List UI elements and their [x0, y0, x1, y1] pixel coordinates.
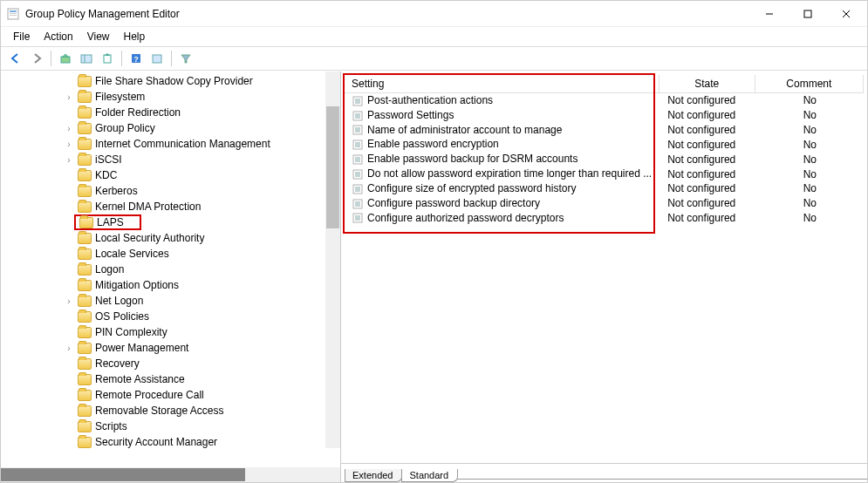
expand-icon[interactable]: › [64, 296, 74, 306]
tree-item-os-policies[interactable]: OS Policies [1, 309, 340, 324]
tree-item-label: KDC [95, 169, 117, 181]
column-comment[interactable]: Comment [755, 75, 863, 93]
folder-icon [78, 123, 92, 134]
folder-icon [78, 92, 92, 103]
setting-row[interactable]: Enable password encryptionNot configured… [345, 137, 864, 152]
show-hide-tree-button[interactable] [77, 49, 96, 68]
svg-rect-8 [61, 57, 70, 63]
folder-icon [79, 217, 93, 228]
expand-icon[interactable]: › [64, 92, 74, 102]
folder-icon [78, 154, 92, 166]
menu-view[interactable]: View [80, 29, 117, 44]
setting-row[interactable]: Configure authorized password decryptors… [345, 211, 864, 226]
folder-icon [78, 280, 92, 291]
setting-row[interactable]: Do not allow password expiration time lo… [345, 167, 864, 181]
maximize-button[interactable] [789, 2, 827, 26]
setting-name: Configure size of encrypted password his… [367, 182, 576, 194]
folder-icon [78, 107, 92, 119]
menu-file[interactable]: File [6, 29, 37, 44]
setting-comment: No [755, 181, 863, 196]
tree-item-label: PIN Complexity [95, 326, 167, 338]
back-button[interactable] [6, 49, 25, 68]
tree-item-kernel-dma-protection[interactable]: Kernel DMA Protection [1, 199, 340, 214]
details-pane: Setting State Comment Post-authenticatio… [341, 71, 867, 482]
expand-icon[interactable]: › [64, 344, 74, 353]
tree-item-net-logon[interactable]: ›Net Logon [1, 293, 340, 309]
setting-name: Configure password backup directory [367, 197, 540, 209]
toolbar-separator [171, 51, 172, 66]
tab-standard[interactable]: Standard [401, 469, 458, 482]
setting-state: Not configured [659, 108, 755, 123]
folder-icon [78, 170, 92, 181]
tree-item-logon[interactable]: Logon [1, 262, 340, 277]
menu-action[interactable]: Action [37, 29, 79, 44]
tree-item-locale-services[interactable]: Locale Services [1, 246, 340, 262]
tree-item-laps[interactable]: LAPS [1, 214, 340, 230]
setting-row[interactable]: Configure password backup directoryNot c… [345, 196, 864, 211]
setting-icon [352, 139, 364, 151]
tree-item-label: OS Policies [95, 310, 149, 323]
tree-item-recovery[interactable]: Recovery [1, 356, 340, 371]
setting-icon [352, 124, 364, 136]
up-button[interactable] [56, 49, 75, 68]
properties-button[interactable] [147, 49, 167, 68]
expand-icon[interactable]: › [64, 155, 74, 165]
settings-table: Setting State Comment Post-authenticatio… [345, 75, 864, 225]
folder-icon [78, 421, 92, 432]
forward-button[interactable] [27, 49, 46, 68]
tree-item-filesystem[interactable]: ›Filesystem [1, 89, 340, 105]
tree-item-kdc[interactable]: KDC [1, 167, 340, 183]
tree-item-remote-procedure-call[interactable]: Remote Procedure Call [1, 387, 340, 403]
setting-comment: No [755, 123, 863, 138]
setting-icon [352, 183, 364, 195]
close-button[interactable] [827, 2, 865, 26]
vertical-scrollbar[interactable] [325, 71, 340, 448]
setting-row[interactable]: Name of administrator account to manageN… [345, 123, 864, 138]
details-tabs: Extended Standard [341, 463, 867, 482]
tree-item-group-policy[interactable]: ›Group Policy [1, 120, 340, 136]
setting-row[interactable]: Configure size of encrypted password his… [345, 181, 864, 196]
folder-icon [78, 343, 92, 354]
setting-row[interactable]: Post-authentication actionsNot configure… [345, 93, 864, 108]
tree-item-label: Security Account Manager [95, 436, 217, 448]
svg-rect-3 [10, 15, 17, 16]
folder-icon [78, 311, 92, 323]
expand-icon[interactable]: › [64, 139, 74, 149]
tree-item-file-share-shadow-copy-provider[interactable]: File Share Shadow Copy Provider [1, 73, 340, 89]
menu-help[interactable]: Help [117, 29, 153, 44]
help-button[interactable]: ? [126, 49, 146, 68]
tree-item-pin-complexity[interactable]: PIN Complexity [1, 324, 340, 340]
column-setting[interactable]: Setting [345, 75, 659, 93]
tree-item-mitigation-options[interactable]: Mitigation Options [1, 277, 340, 293]
tree-item-label: Kerberos [95, 185, 138, 197]
tab-extended[interactable]: Extended [345, 469, 402, 482]
tree-item-remote-assistance[interactable]: Remote Assistance [1, 371, 340, 387]
tree-item-label: Kernel DMA Protection [95, 201, 201, 213]
tree-item-local-security-authority[interactable]: Local Security Authority [1, 230, 340, 246]
expand-icon[interactable]: › [64, 124, 74, 133]
tree-item-label: Net Logon [95, 295, 143, 307]
svg-rect-9 [81, 55, 92, 63]
filter-button[interactable] [176, 49, 195, 68]
minimize-button[interactable] [750, 2, 789, 26]
setting-row[interactable]: Password SettingsNot configuredNo [345, 108, 864, 123]
setting-comment: No [755, 93, 863, 108]
tree-item-label: Removable Storage Access [95, 405, 223, 417]
tree-item-folder-redirection[interactable]: Folder Redirection [1, 105, 340, 120]
setting-row[interactable]: Enable password backup for DSRM accounts… [345, 152, 864, 167]
setting-state: Not configured [659, 137, 755, 152]
column-state[interactable]: State [659, 75, 755, 93]
tree-item-iscsi[interactable]: ›iSCSI [1, 152, 340, 167]
setting-name: Password Settings [367, 109, 454, 121]
tree-item-internet-communication-management[interactable]: ›Internet Communication Management [1, 136, 340, 152]
tree-item-scripts[interactable]: Scripts [1, 418, 340, 434]
tree-item-removable-storage-access[interactable]: Removable Storage Access [1, 403, 340, 418]
toolbar-separator [51, 51, 51, 66]
export-button[interactable] [98, 49, 117, 68]
tree-item-kerberos[interactable]: Kerberos [1, 183, 340, 199]
setting-name: Enable password backup for DSRM accounts [367, 153, 578, 165]
tree-item-power-management[interactable]: ›Power Management [1, 340, 340, 356]
horizontal-scrollbar[interactable] [1, 467, 340, 482]
tree-item-security-account-manager[interactable]: Security Account Manager [1, 434, 340, 450]
tree-item-label: Recovery [95, 357, 140, 370]
